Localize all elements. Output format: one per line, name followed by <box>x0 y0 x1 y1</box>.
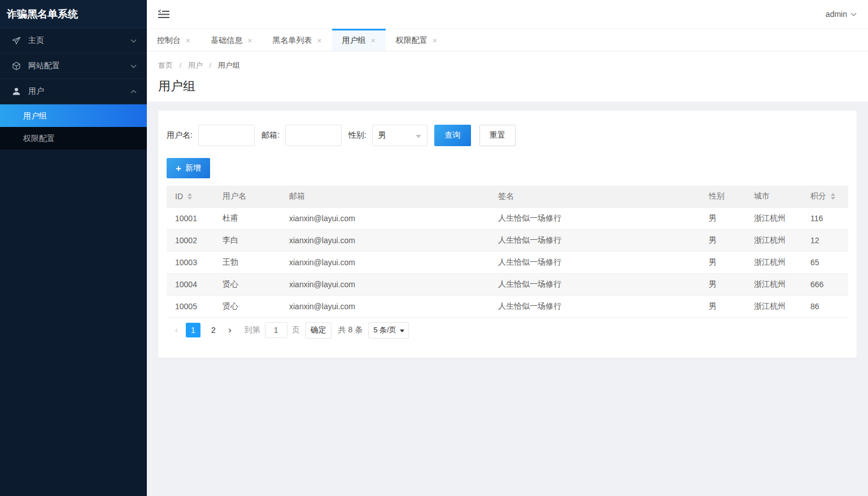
chevron-down-icon <box>850 12 857 16</box>
sidebar-item-label: 用户 <box>28 86 130 96</box>
close-icon[interactable]: × <box>317 37 321 45</box>
add-button[interactable]: + 新增 <box>167 158 210 178</box>
main-area: admin 控制台 × 基础信息 × 黑名单列表 × 用户组 × 权限配置 × <box>147 0 868 496</box>
breadcrumb-separator: / <box>210 61 212 69</box>
cell-gender: 男 <box>700 295 745 317</box>
sidebar-item-permission-config[interactable]: 权限配置 <box>0 127 147 150</box>
content: 用户名: 邮箱: 性别: 男 查询 重置 + 新增 <box>147 102 868 496</box>
tab-blacklist[interactable]: 黑名单列表 × <box>262 29 332 51</box>
close-icon[interactable]: × <box>371 37 376 45</box>
sidebar-item-label: 主页 <box>28 36 130 46</box>
cell-signature: 人生恰似一场修行 <box>490 229 700 251</box>
page-button-1[interactable]: 1 <box>186 323 200 337</box>
column-label: ID <box>175 192 183 201</box>
cell-username: 杜甫 <box>214 207 281 229</box>
column-header-signature: 签名 <box>490 186 700 207</box>
sidebar-item-user-group[interactable]: 用户组 <box>0 104 147 127</box>
email-input[interactable] <box>285 125 342 146</box>
tab-permission-config[interactable]: 权限配置 × <box>386 29 447 51</box>
user-icon <box>11 86 21 96</box>
username-label: admin <box>826 10 847 19</box>
goto-suffix-label: 页 <box>292 325 300 335</box>
cell-signature: 人生恰似一场修行 <box>490 295 700 317</box>
close-icon[interactable]: × <box>433 37 437 45</box>
sidebar-item-site-config[interactable]: 网站配置 <box>0 54 147 79</box>
chevron-up-icon <box>130 90 137 94</box>
gender-selected-value: 男 <box>378 130 386 141</box>
tab-label: 控制台 <box>157 36 181 46</box>
tab-label: 黑名单列表 <box>272 36 312 46</box>
cell-email: xianxin@layui.com <box>281 229 490 251</box>
cell-points: 86 <box>802 295 848 317</box>
tab-basic-info[interactable]: 基础信息 × <box>200 29 262 51</box>
table-row[interactable]: 10003 王勃 xianxin@layui.com 人生恰似一场修行 男 浙江… <box>167 251 848 273</box>
prev-page-button[interactable]: ‹ <box>170 324 183 336</box>
column-header-id[interactable]: ID <box>167 186 214 207</box>
next-page-button[interactable]: › <box>224 324 237 336</box>
page-size-select[interactable]: 5 条/页 <box>368 322 409 339</box>
cell-city: 浙江杭州 <box>745 295 802 317</box>
chevron-down-icon <box>416 135 421 138</box>
cell-email: xianxin@layui.com <box>281 207 490 229</box>
column-header-username: 用户名 <box>214 186 281 207</box>
tab-label: 基础信息 <box>211 36 242 46</box>
sidebar-collapse-icon[interactable] <box>158 10 169 19</box>
column-header-city: 城市 <box>745 186 802 207</box>
sidebar-filler <box>0 150 147 496</box>
gender-label: 性别: <box>348 130 367 141</box>
cell-username: 贤心 <box>214 273 281 295</box>
goto-page-input[interactable] <box>265 322 287 338</box>
cell-gender: 男 <box>700 251 745 273</box>
cell-points: 116 <box>802 207 848 229</box>
chevron-down-icon <box>400 330 404 332</box>
cell-city: 浙江杭州 <box>745 273 802 295</box>
cell-username: 王勃 <box>214 251 281 273</box>
cell-points: 666 <box>802 273 848 295</box>
tab-console[interactable]: 控制台 × <box>147 29 200 51</box>
user-table: ID 用户名 邮箱 签名 性别 城市 积分 <box>167 186 848 318</box>
sidebar: 诈骗黑名单系统 主页 网站配置 用户 用户组 权限配置 <box>0 0 147 496</box>
table-row[interactable]: 10004 贤心 xianxin@layui.com 人生恰似一场修行 男 浙江… <box>167 273 848 295</box>
user-group-card: 用户名: 邮箱: 性别: 男 查询 重置 + 新增 <box>158 111 857 358</box>
cell-id: 10001 <box>167 207 214 229</box>
plus-icon: + <box>176 164 181 173</box>
close-icon[interactable]: × <box>186 37 190 45</box>
cell-gender: 男 <box>700 229 745 251</box>
sidebar-item-home[interactable]: 主页 <box>0 28 147 54</box>
page-button-2[interactable]: 2 <box>206 323 221 337</box>
breadcrumb-current: 用户组 <box>218 61 240 69</box>
breadcrumb-users[interactable]: 用户 <box>188 61 203 69</box>
tab-user-group[interactable]: 用户组 × <box>332 29 386 51</box>
chevron-down-icon <box>130 39 137 43</box>
table-row[interactable]: 10002 李白 xianxin@layui.com 人生恰似一场修行 男 浙江… <box>167 229 848 251</box>
breadcrumb: 首页 / 用户 / 用户组 <box>158 60 868 71</box>
sidebar-item-users[interactable]: 用户 <box>0 79 147 104</box>
search-button[interactable]: 查询 <box>434 125 471 146</box>
reset-button[interactable]: 重置 <box>479 125 516 146</box>
goto-confirm-button[interactable]: 确定 <box>306 322 332 339</box>
column-header-gender: 性别 <box>700 186 745 207</box>
username-input[interactable] <box>198 125 255 146</box>
table-row[interactable]: 10001 杜甫 xianxin@layui.com 人生恰似一场修行 男 浙江… <box>167 207 848 229</box>
cell-email: xianxin@layui.com <box>281 273 490 295</box>
sidebar-item-label: 网站配置 <box>28 61 130 71</box>
cell-city: 浙江杭州 <box>745 229 802 251</box>
add-button-label: 新增 <box>185 163 201 173</box>
sort-icon[interactable] <box>187 193 192 200</box>
sort-icon[interactable] <box>831 193 835 200</box>
cell-gender: 男 <box>700 273 745 295</box>
table-header-row: ID 用户名 邮箱 签名 性别 城市 积分 <box>167 186 848 207</box>
cell-id: 10005 <box>167 295 214 317</box>
column-header-points[interactable]: 积分 <box>802 186 848 207</box>
cell-id: 10003 <box>167 251 214 273</box>
page-head: 首页 / 用户 / 用户组 用户组 <box>147 51 868 102</box>
user-dropdown[interactable]: admin <box>826 10 857 19</box>
breadcrumb-home[interactable]: 首页 <box>158 61 173 69</box>
cell-signature: 人生恰似一场修行 <box>490 251 700 273</box>
pagination: ‹ 1 2 › 到第 页 确定 共 8 条 5 条/页 <box>167 322 848 339</box>
table-row[interactable]: 10005 贤心 xianxin@layui.com 人生恰似一场修行 男 浙江… <box>167 295 848 317</box>
cell-username: 贤心 <box>214 295 281 317</box>
column-header-email: 邮箱 <box>281 186 490 207</box>
close-icon[interactable]: × <box>247 37 252 45</box>
gender-select[interactable]: 男 <box>372 125 428 146</box>
